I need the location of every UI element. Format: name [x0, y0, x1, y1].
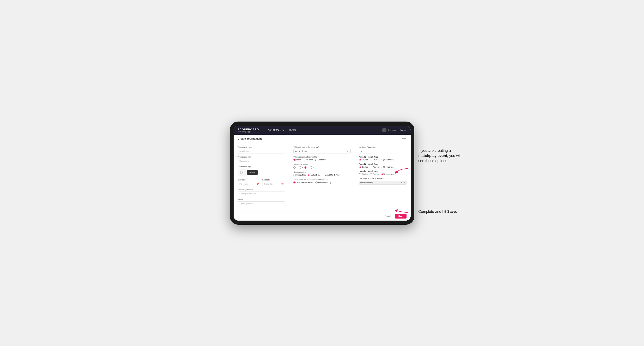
venue-input[interactable]: [238, 201, 285, 206]
round3-singles-radio[interactable]: [359, 173, 361, 175]
gender-combined-label: Combined: [318, 159, 326, 161]
round1-match-title: Round 1 - Match Type: [359, 156, 406, 158]
tournament-host-input[interactable]: [238, 149, 285, 154]
gender-womens-radio[interactable]: [303, 159, 305, 161]
form-right-col: Maximum Team Size Round 1 - Match Type S…: [355, 146, 406, 208]
start-date-label: Start date: [238, 179, 260, 181]
max-team-size-group: Maximum Team Size: [359, 146, 406, 154]
max-team-size-label: Maximum Team Size: [359, 146, 406, 148]
gender-combined[interactable]: Combined: [315, 159, 326, 161]
form-left-col: Tournament Host Tournament name Tourname…: [238, 146, 290, 208]
round-2[interactable]: 2: [299, 166, 303, 169]
nav-tournaments[interactable]: TOURNAMENTS: [265, 128, 286, 132]
round2-foursomes-radio[interactable]: [382, 166, 384, 168]
round2-foursomes[interactable]: Foursomes: [382, 166, 394, 168]
form-middle-col: Which division is the event for? NCAA Di…: [289, 146, 355, 208]
scoring-match-radio[interactable]: [308, 174, 310, 176]
teams-individuals-group: Is this event for Teams and/or Individua…: [294, 179, 350, 184]
svg-point-1: [241, 172, 241, 172]
round3-foursomes-radio[interactable]: [382, 173, 384, 175]
gender-combined-radio[interactable]: [315, 159, 318, 161]
scoring-stroke[interactable]: Stroke Play: [294, 174, 306, 176]
teams-radio-group: Teams (+Individuals) Individuals Only: [294, 181, 350, 184]
round1-singles[interactable]: Singles: [359, 159, 368, 161]
venue-label: Venue: [238, 198, 285, 200]
gender-mens[interactable]: Mens: [294, 159, 301, 161]
rounds-group: Number of rounds 1 2: [294, 164, 350, 169]
individuals-only[interactable]: Individuals Only: [315, 181, 331, 184]
round-1-radio[interactable]: [294, 166, 296, 169]
round2-fourball-radio[interactable]: [370, 166, 372, 168]
scoring-medal[interactable]: Medal Match Play: [322, 174, 340, 176]
scoring-match[interactable]: Match Play: [308, 174, 320, 176]
arrow-matchplay: [394, 167, 410, 177]
individuals-only-radio[interactable]: [315, 181, 318, 184]
image-icon: [240, 171, 243, 174]
round1-fourball-radio[interactable]: [370, 159, 372, 161]
main-content: Create Tournament ← Back Tournament Host…: [234, 135, 410, 221]
round-2-label: 2: [302, 166, 303, 169]
user-name: Test User: [388, 129, 396, 131]
venue-dropdown-icon: ▾: [282, 202, 284, 205]
round3-singles-label: Singles: [362, 173, 368, 175]
api-tag: Leaderboard King ✕ ▾: [359, 181, 406, 184]
gender-womens[interactable]: Womens: [303, 159, 313, 161]
api-tag-remove[interactable]: ✕: [401, 181, 402, 184]
navbar: SCOREBOARD Powered by clippit TOURNAMENT…: [234, 126, 410, 135]
nav-right: Test User | Sign out: [382, 128, 406, 132]
round-4[interactable]: 4: [310, 166, 314, 169]
scoring-stroke-radio[interactable]: [294, 174, 296, 176]
round-3[interactable]: 3: [304, 166, 308, 169]
teams-plus-radio[interactable]: [294, 181, 296, 184]
sign-out-link[interactable]: Sign out: [400, 129, 406, 131]
third-party-group: Use third-party live scoring API? Leader…: [359, 177, 406, 184]
round3-foursomes[interactable]: Foursomes: [382, 173, 394, 175]
scoring-medal-radio[interactable]: [322, 174, 324, 176]
round1-radio-group: Singles Fourball Foursomes: [359, 159, 406, 161]
round2-singles[interactable]: Singles: [359, 166, 368, 168]
api-tag-expand[interactable]: ▾: [404, 181, 405, 183]
tournament-name-input[interactable]: [238, 159, 285, 163]
tournament-logo-label: Tournament logo: [238, 166, 285, 168]
round-4-radio[interactable]: [310, 166, 312, 169]
round1-fourball[interactable]: Fourball: [370, 159, 380, 161]
round-3-radio[interactable]: [304, 166, 307, 169]
round2-fourball[interactable]: Fourball: [370, 166, 380, 168]
round2-match-title: Round 2 - Match Type: [359, 163, 406, 165]
round-1[interactable]: 1: [294, 166, 297, 169]
max-team-size-input[interactable]: [359, 149, 371, 154]
round3-foursomes-label: Foursomes: [384, 173, 394, 175]
round1-singles-radio[interactable]: [359, 159, 361, 161]
tournament-logo-group: Tournament logo Upload: [238, 166, 285, 176]
tournament-host-label: Tournament Host: [238, 146, 285, 148]
round1-match-section: Round 1 - Match Type Singles Fourball: [359, 156, 406, 161]
cancel-button[interactable]: Cancel: [382, 214, 394, 218]
round2-singles-label: Singles: [362, 166, 368, 168]
round1-foursomes-radio[interactable]: [382, 159, 384, 161]
round-2-radio[interactable]: [299, 166, 301, 169]
save-button[interactable]: Save: [395, 214, 406, 218]
sponsor-input[interactable]: [238, 191, 285, 196]
round1-fourball-label: Fourball: [373, 159, 380, 161]
division-label: Which division is the event for?: [294, 146, 350, 148]
start-date-input[interactable]: [238, 182, 260, 186]
nav-links: TOURNAMENTS TEAMS: [265, 128, 382, 132]
back-link[interactable]: ← Back: [399, 138, 406, 140]
teams-plus-individuals[interactable]: Teams (+Individuals): [294, 181, 313, 184]
page-title: Create Tournament: [238, 137, 262, 140]
round3-fourball-radio[interactable]: [370, 173, 372, 175]
end-date-input[interactable]: [262, 182, 285, 186]
round1-foursomes[interactable]: Foursomes: [382, 159, 394, 161]
scoring-stroke-label: Stroke Play: [296, 174, 306, 176]
round2-singles-radio[interactable]: [359, 166, 361, 168]
gender-mens-radio[interactable]: [294, 159, 296, 161]
upload-button[interactable]: Upload: [247, 170, 258, 175]
tablet-frame: SCOREBOARD Powered by clippit TOURNAMENT…: [230, 122, 414, 225]
division-select[interactable]: NCAA Division I NCAA Division II NAIA: [294, 149, 350, 154]
division-group: Which division is the event for? NCAA Di…: [294, 146, 350, 154]
page-header: Create Tournament ← Back: [234, 135, 410, 143]
round3-singles[interactable]: Singles: [359, 173, 368, 175]
nav-teams[interactable]: TEAMS: [287, 128, 298, 132]
tablet-screen: SCOREBOARD Powered by clippit TOURNAMENT…: [234, 126, 410, 221]
round3-fourball[interactable]: Fourball: [370, 173, 380, 175]
